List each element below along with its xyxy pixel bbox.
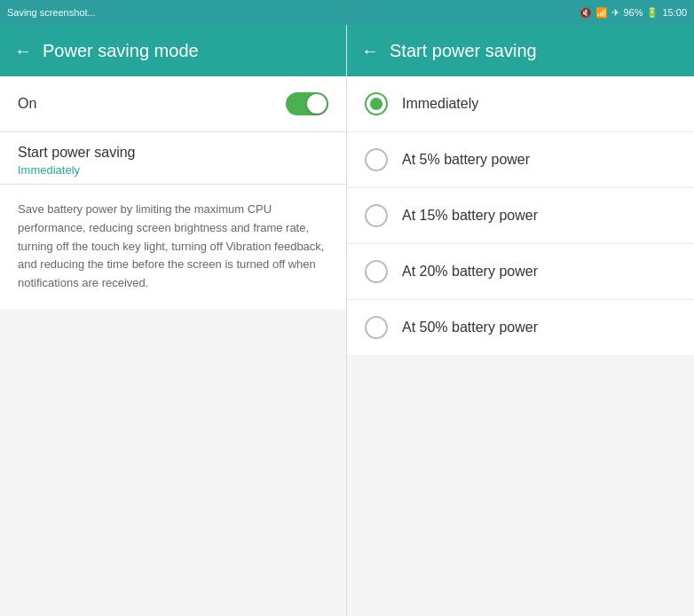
right-back-button[interactable]: ←: [361, 41, 379, 61]
radio-circle: [365, 260, 388, 283]
power-saving-toggle[interactable]: [286, 92, 328, 115]
radio-item[interactable]: Immediately: [347, 76, 694, 132]
radio-list: ImmediatelyAt 5% battery powerAt 15% bat…: [347, 76, 694, 355]
radio-circle: [365, 204, 388, 227]
left-panel-title: Power saving mode: [43, 41, 199, 61]
right-panel: ← Start power saving ImmediatelyAt 5% ba…: [347, 25, 694, 616]
status-bar-right: 🔇 📶 ✈ 96% 🔋 15:00: [580, 0, 694, 25]
status-bar-left: Saving screenshot...: [0, 0, 580, 25]
left-panel: ← Power saving mode On Start power savin…: [0, 25, 347, 616]
radio-item[interactable]: At 50% battery power: [347, 300, 694, 355]
airplane-icon: ✈: [611, 7, 619, 19]
main-content: ← Power saving mode On Start power savin…: [0, 25, 694, 616]
toggle-row: On: [0, 76, 346, 132]
radio-item-label: At 50% battery power: [402, 320, 538, 336]
radio-item[interactable]: At 20% battery power: [347, 244, 694, 300]
radio-circle: [365, 92, 388, 115]
right-panel-title: Start power saving: [390, 41, 537, 61]
screenshot-notification: Saving screenshot...: [7, 7, 96, 18]
toggle-label: On: [18, 96, 36, 112]
description-text: Save battery power by limiting the maxim…: [18, 201, 328, 293]
status-bar: Saving screenshot... 🔇 📶 ✈ 96% 🔋 15:00: [0, 0, 694, 25]
clock: 15:00: [662, 7, 687, 18]
radio-item-label: Immediately: [402, 96, 478, 112]
radio-circle: [365, 148, 388, 171]
radio-item[interactable]: At 5% battery power: [347, 132, 694, 188]
battery-icon: 🔋: [646, 7, 659, 19]
description-area: Save battery power by limiting the maxim…: [0, 185, 346, 309]
radio-item-label: At 20% battery power: [402, 264, 538, 280]
radio-item[interactable]: At 15% battery power: [347, 188, 694, 244]
radio-circle: [365, 316, 388, 339]
right-header-bar: ← Start power saving: [347, 25, 694, 76]
left-back-button[interactable]: ←: [14, 41, 32, 61]
radio-item-label: At 15% battery power: [402, 208, 538, 224]
mute-icon: 🔇: [580, 7, 592, 19]
wifi-icon: 📶: [595, 7, 608, 19]
battery-percent: 96%: [623, 7, 643, 18]
left-header-bar: ← Power saving mode: [0, 25, 346, 76]
radio-item-label: At 5% battery power: [402, 152, 530, 168]
setting-item-title: Start power saving: [18, 145, 328, 161]
setting-item-subtitle: Immediately: [18, 163, 328, 177]
start-power-saving-item[interactable]: Start power saving Immediately: [0, 132, 346, 185]
